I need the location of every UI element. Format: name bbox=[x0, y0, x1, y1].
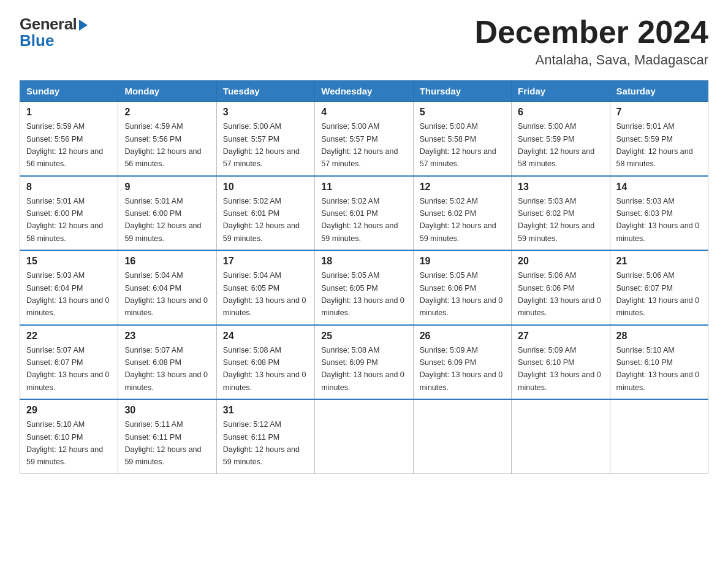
day-number: 24 bbox=[223, 331, 308, 342]
day-info: Sunrise: 4:59 AMSunset: 5:56 PMDaylight:… bbox=[124, 122, 201, 168]
day-info: Sunrise: 5:04 AMSunset: 6:05 PMDaylight:… bbox=[223, 271, 306, 317]
day-number: 30 bbox=[124, 405, 210, 416]
calendar-cell: 26 Sunrise: 5:09 AMSunset: 6:09 PMDaylig… bbox=[413, 325, 511, 400]
calendar-week-1: 1 Sunrise: 5:59 AMSunset: 5:56 PMDayligh… bbox=[20, 102, 708, 176]
day-number: 16 bbox=[124, 256, 210, 267]
day-number: 13 bbox=[518, 182, 603, 193]
calendar-cell: 9 Sunrise: 5:01 AMSunset: 6:00 PMDayligh… bbox=[118, 176, 216, 251]
day-number: 18 bbox=[321, 256, 406, 267]
calendar-cell: 27 Sunrise: 5:09 AMSunset: 6:10 PMDaylig… bbox=[512, 325, 610, 400]
day-number: 10 bbox=[223, 182, 308, 193]
calendar-cell: 24 Sunrise: 5:08 AMSunset: 6:08 PMDaylig… bbox=[216, 325, 314, 400]
calendar-cell bbox=[315, 399, 413, 473]
calendar-cell: 4 Sunrise: 5:00 AMSunset: 5:57 PMDayligh… bbox=[315, 102, 413, 176]
day-header-tuesday: Tuesday bbox=[216, 81, 314, 102]
day-info: Sunrise: 5:03 AMSunset: 6:02 PMDaylight:… bbox=[518, 197, 594, 243]
calendar-header-row: SundayMondayTuesdayWednesdayThursdayFrid… bbox=[20, 81, 708, 102]
day-number: 21 bbox=[616, 256, 702, 267]
calendar-cell: 16 Sunrise: 5:04 AMSunset: 6:04 PMDaylig… bbox=[118, 250, 216, 325]
calendar-week-5: 29 Sunrise: 5:10 AMSunset: 6:10 PMDaylig… bbox=[20, 399, 708, 473]
day-info: Sunrise: 5:01 AMSunset: 6:00 PMDaylight:… bbox=[124, 197, 201, 243]
day-number: 29 bbox=[26, 405, 112, 416]
calendar-cell: 11 Sunrise: 5:02 AMSunset: 6:01 PMDaylig… bbox=[315, 176, 413, 251]
day-number: 1 bbox=[26, 107, 112, 118]
calendar-cell: 31 Sunrise: 5:12 AMSunset: 6:11 PMDaylig… bbox=[216, 399, 314, 473]
location-title: Antalaha, Sava, Madagascar bbox=[474, 52, 708, 68]
calendar-cell: 21 Sunrise: 5:06 AMSunset: 6:07 PMDaylig… bbox=[610, 250, 708, 325]
calendar-cell bbox=[413, 399, 511, 473]
day-number: 27 bbox=[518, 331, 603, 342]
calendar-cell: 18 Sunrise: 5:05 AMSunset: 6:05 PMDaylig… bbox=[315, 250, 413, 325]
day-info: Sunrise: 5:59 AMSunset: 5:56 PMDaylight:… bbox=[26, 122, 103, 168]
day-number: 15 bbox=[26, 256, 112, 267]
day-number: 17 bbox=[223, 256, 308, 267]
day-number: 25 bbox=[321, 331, 406, 342]
day-info: Sunrise: 5:07 AMSunset: 6:07 PMDaylight:… bbox=[26, 346, 110, 392]
day-number: 19 bbox=[420, 256, 505, 267]
day-number: 26 bbox=[420, 331, 505, 342]
day-info: Sunrise: 5:12 AMSunset: 6:11 PMDaylight:… bbox=[223, 420, 300, 466]
day-number: 7 bbox=[616, 107, 702, 118]
calendar-cell: 19 Sunrise: 5:05 AMSunset: 6:06 PMDaylig… bbox=[413, 250, 511, 325]
day-info: Sunrise: 5:05 AMSunset: 6:05 PMDaylight:… bbox=[321, 271, 404, 317]
calendar-cell: 7 Sunrise: 5:01 AMSunset: 5:59 PMDayligh… bbox=[610, 102, 708, 176]
day-info: Sunrise: 5:00 AMSunset: 5:59 PMDaylight:… bbox=[518, 122, 594, 168]
day-info: Sunrise: 5:11 AMSunset: 6:11 PMDaylight:… bbox=[124, 420, 201, 466]
day-info: Sunrise: 5:06 AMSunset: 6:06 PMDaylight:… bbox=[518, 271, 601, 317]
day-number: 8 bbox=[26, 182, 112, 193]
calendar-cell: 12 Sunrise: 5:02 AMSunset: 6:02 PMDaylig… bbox=[413, 176, 511, 251]
day-number: 12 bbox=[420, 182, 505, 193]
calendar-cell: 22 Sunrise: 5:07 AMSunset: 6:07 PMDaylig… bbox=[20, 325, 118, 400]
day-number: 3 bbox=[223, 107, 308, 118]
calendar-cell: 5 Sunrise: 5:00 AMSunset: 5:58 PMDayligh… bbox=[413, 102, 511, 176]
title-section: December 2024 Antalaha, Sava, Madagascar bbox=[474, 15, 708, 68]
day-info: Sunrise: 5:02 AMSunset: 6:02 PMDaylight:… bbox=[420, 197, 496, 243]
day-number: 22 bbox=[26, 331, 112, 342]
calendar-cell: 23 Sunrise: 5:07 AMSunset: 6:08 PMDaylig… bbox=[118, 325, 216, 400]
calendar-cell: 29 Sunrise: 5:10 AMSunset: 6:10 PMDaylig… bbox=[20, 399, 118, 473]
calendar-cell bbox=[610, 399, 708, 473]
day-number: 2 bbox=[124, 107, 210, 118]
calendar-cell: 3 Sunrise: 5:00 AMSunset: 5:57 PMDayligh… bbox=[216, 102, 314, 176]
day-number: 11 bbox=[321, 182, 406, 193]
day-info: Sunrise: 5:03 AMSunset: 6:03 PMDaylight:… bbox=[616, 197, 700, 243]
day-number: 6 bbox=[518, 107, 603, 118]
calendar-cell: 2 Sunrise: 4:59 AMSunset: 5:56 PMDayligh… bbox=[118, 102, 216, 176]
calendar-cell: 10 Sunrise: 5:02 AMSunset: 6:01 PMDaylig… bbox=[216, 176, 314, 251]
day-info: Sunrise: 5:01 AMSunset: 5:59 PMDaylight:… bbox=[616, 122, 693, 168]
day-info: Sunrise: 5:00 AMSunset: 5:58 PMDaylight:… bbox=[420, 122, 496, 168]
day-info: Sunrise: 5:08 AMSunset: 6:08 PMDaylight:… bbox=[223, 346, 306, 392]
day-info: Sunrise: 5:05 AMSunset: 6:06 PMDaylight:… bbox=[420, 271, 503, 317]
day-header-thursday: Thursday bbox=[413, 81, 511, 102]
day-info: Sunrise: 5:10 AMSunset: 6:10 PMDaylight:… bbox=[616, 346, 700, 392]
calendar-cell: 15 Sunrise: 5:03 AMSunset: 6:04 PMDaylig… bbox=[20, 250, 118, 325]
day-number: 14 bbox=[616, 182, 702, 193]
calendar-week-4: 22 Sunrise: 5:07 AMSunset: 6:07 PMDaylig… bbox=[20, 325, 708, 400]
day-info: Sunrise: 5:02 AMSunset: 6:01 PMDaylight:… bbox=[223, 197, 300, 243]
day-info: Sunrise: 5:04 AMSunset: 6:04 PMDaylight:… bbox=[124, 271, 208, 317]
logo-triangle-icon bbox=[79, 20, 88, 31]
day-info: Sunrise: 5:01 AMSunset: 6:00 PMDaylight:… bbox=[26, 197, 103, 243]
day-number: 20 bbox=[518, 256, 603, 267]
calendar-cell: 14 Sunrise: 5:03 AMSunset: 6:03 PMDaylig… bbox=[610, 176, 708, 251]
day-header-monday: Monday bbox=[118, 81, 216, 102]
day-number: 31 bbox=[223, 405, 308, 416]
calendar-cell: 28 Sunrise: 5:10 AMSunset: 6:10 PMDaylig… bbox=[610, 325, 708, 400]
calendar-cell: 20 Sunrise: 5:06 AMSunset: 6:06 PMDaylig… bbox=[512, 250, 610, 325]
calendar-cell: 6 Sunrise: 5:00 AMSunset: 5:59 PMDayligh… bbox=[512, 102, 610, 176]
calendar-cell: 25 Sunrise: 5:08 AMSunset: 6:09 PMDaylig… bbox=[315, 325, 413, 400]
day-header-wednesday: Wednesday bbox=[315, 81, 413, 102]
day-header-sunday: Sunday bbox=[20, 81, 118, 102]
day-info: Sunrise: 5:06 AMSunset: 6:07 PMDaylight:… bbox=[616, 271, 700, 317]
calendar-week-3: 15 Sunrise: 5:03 AMSunset: 6:04 PMDaylig… bbox=[20, 250, 708, 325]
day-number: 28 bbox=[616, 331, 702, 342]
day-number: 9 bbox=[124, 182, 210, 193]
day-info: Sunrise: 5:00 AMSunset: 5:57 PMDaylight:… bbox=[321, 122, 398, 168]
day-header-friday: Friday bbox=[512, 81, 610, 102]
day-number: 4 bbox=[321, 107, 406, 118]
day-info: Sunrise: 5:09 AMSunset: 6:10 PMDaylight:… bbox=[518, 346, 601, 392]
calendar-cell: 17 Sunrise: 5:04 AMSunset: 6:05 PMDaylig… bbox=[216, 250, 314, 325]
day-header-saturday: Saturday bbox=[610, 81, 708, 102]
month-title: December 2024 bbox=[474, 15, 708, 50]
day-number: 23 bbox=[124, 331, 210, 342]
